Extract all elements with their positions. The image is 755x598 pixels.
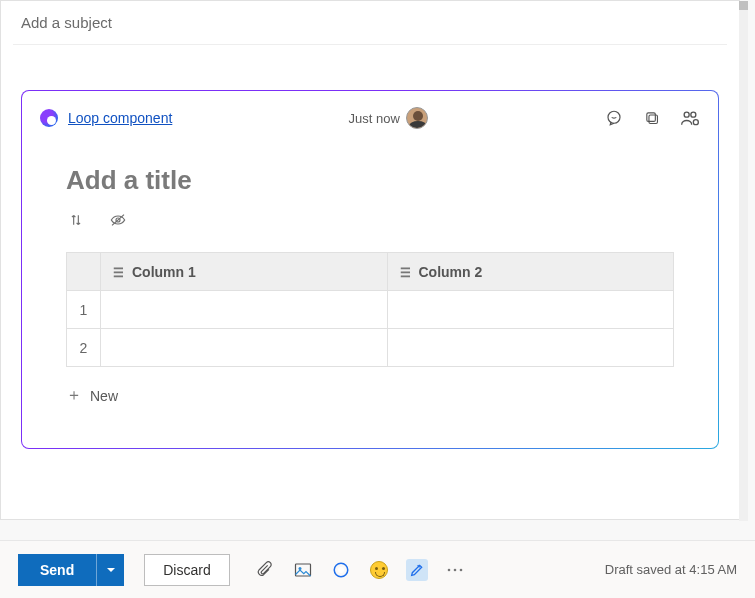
copy-component-icon[interactable]: [642, 108, 662, 128]
table-row: 2: [67, 329, 674, 367]
loop-insert-icon[interactable]: [330, 559, 352, 581]
svg-rect-2: [646, 112, 655, 121]
loop-title-toolbar: [22, 202, 718, 238]
subject-placeholder: Add a subject: [21, 14, 112, 31]
row-number[interactable]: 2: [67, 329, 101, 367]
compose-area: Add a subject Loop component Just now: [0, 0, 740, 520]
table-corner-cell[interactable]: [67, 253, 101, 291]
draft-status-text: Draft saved at 4:15 AM: [605, 562, 737, 577]
column-header-label: Column 2: [419, 264, 483, 280]
column-type-icon: ☰: [113, 266, 124, 280]
send-dropdown-button[interactable]: [96, 554, 124, 586]
svg-rect-1: [648, 114, 657, 123]
svg-point-13: [453, 568, 456, 571]
loop-timestamp: Just now: [349, 111, 400, 126]
scroll-up-arrow[interactable]: [739, 1, 748, 10]
loop-table[interactable]: ☰Column 1 ☰Column 2 1 2: [66, 252, 674, 367]
table-cell[interactable]: [101, 291, 388, 329]
subject-field[interactable]: Add a subject: [1, 1, 739, 44]
loop-title-placeholder: Add a title: [66, 165, 192, 195]
insert-picture-icon[interactable]: [292, 559, 314, 581]
discard-button[interactable]: Discard: [144, 554, 229, 586]
column-header-2[interactable]: ☰Column 2: [387, 253, 674, 291]
svg-point-11: [338, 567, 344, 573]
emoji-icon[interactable]: [368, 559, 390, 581]
svg-point-4: [691, 112, 696, 117]
sort-icon[interactable]: [66, 210, 86, 230]
table-cell[interactable]: [101, 329, 388, 367]
compose-toolbar: Send Discard Draft saved at 4:15 AM: [0, 540, 755, 598]
table-cell[interactable]: [387, 291, 674, 329]
table-row: 1: [67, 291, 674, 329]
loop-actions: [604, 108, 700, 128]
comment-icon[interactable]: [604, 108, 624, 128]
row-number[interactable]: 1: [67, 291, 101, 329]
more-options-icon[interactable]: [444, 559, 466, 581]
table-header-row: ☰Column 1 ☰Column 2: [67, 253, 674, 291]
loop-component-link[interactable]: Loop component: [68, 110, 172, 126]
share-people-icon[interactable]: [680, 108, 700, 128]
svg-point-5: [693, 120, 698, 125]
svg-point-14: [459, 568, 462, 571]
scrollbar[interactable]: [739, 1, 748, 521]
table-cell[interactable]: [387, 329, 674, 367]
column-header-label: Column 1: [132, 264, 196, 280]
svg-point-12: [447, 568, 450, 571]
attach-file-icon[interactable]: [254, 559, 276, 581]
compose-tool-icons: [254, 559, 466, 581]
divider: [13, 44, 727, 45]
author-avatar-icon[interactable]: [406, 107, 428, 129]
column-header-1[interactable]: ☰Column 1: [101, 253, 388, 291]
add-row-button[interactable]: ＋ New: [22, 373, 718, 418]
loop-title-field[interactable]: Add a title: [22, 137, 718, 202]
plus-icon: ＋: [66, 385, 82, 406]
send-button-group: Send: [18, 554, 124, 586]
formatting-pen-icon[interactable]: [406, 559, 428, 581]
loop-component-card: Loop component Just now Add a title: [21, 90, 719, 449]
visibility-off-icon[interactable]: [108, 210, 128, 230]
loop-header: Loop component Just now: [22, 99, 718, 137]
loop-timestamp-area: Just now: [182, 107, 594, 129]
loop-table-container: ☰Column 1 ☰Column 2 1 2: [22, 238, 718, 373]
add-row-label: New: [90, 388, 118, 404]
column-type-icon: ☰: [400, 266, 411, 280]
svg-point-0: [608, 111, 620, 123]
send-button[interactable]: Send: [18, 554, 96, 586]
loop-logo-icon: [40, 109, 58, 127]
svg-point-3: [684, 112, 689, 117]
